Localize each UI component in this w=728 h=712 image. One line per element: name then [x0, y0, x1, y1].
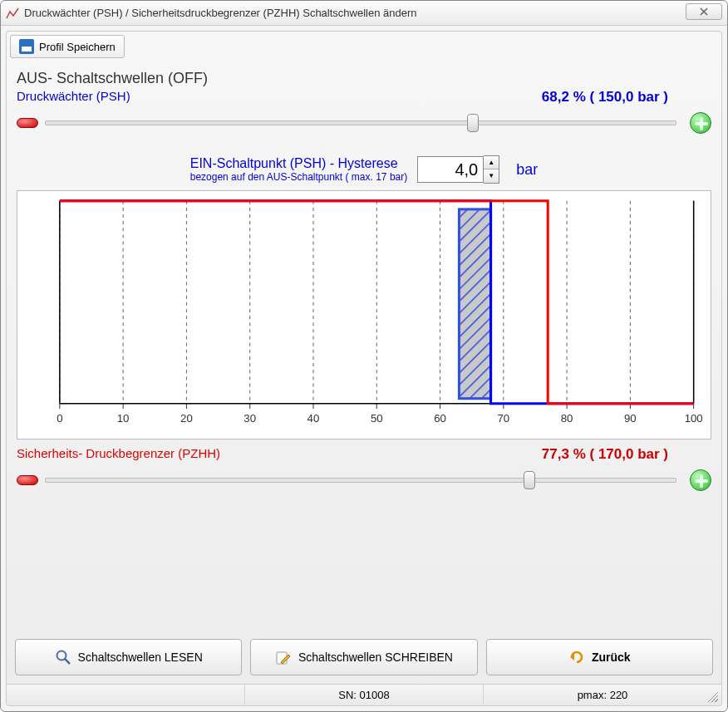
- psh-slider[interactable]: [45, 120, 676, 125]
- svg-text:90: 90: [624, 412, 637, 425]
- close-icon: [699, 7, 709, 16]
- write-thresholds-label: Schaltschwellen SCHREIBEN: [298, 651, 453, 664]
- magnifier-icon: [55, 649, 71, 665]
- hysteresis-input[interactable]: [417, 156, 484, 183]
- increase-psh-button[interactable]: [690, 112, 711, 134]
- svg-text:100: 100: [685, 412, 703, 425]
- status-sn: SN: 01008: [244, 685, 483, 705]
- svg-text:60: 60: [434, 412, 446, 425]
- svg-text:10: 10: [117, 412, 130, 425]
- pzhh-label: Sicherheits- Druckbegrenzer (PZHH): [17, 446, 220, 460]
- write-thresholds-button[interactable]: Schaltschwellen SCHREIBEN: [250, 639, 477, 675]
- chart-svg: 0102030405060708090100: [17, 191, 711, 439]
- read-thresholds-label: Schaltschwellen LESEN: [78, 651, 203, 664]
- main-panel: Profil Speichern AUS- Schaltschwellen (O…: [6, 31, 722, 706]
- pzhh-value: 77,3 % ( 170,0 bar ): [542, 446, 668, 463]
- hysteresis-spin-buttons: ▲ ▼: [484, 155, 499, 184]
- svg-rect-38: [459, 209, 490, 399]
- svg-text:70: 70: [497, 412, 509, 425]
- off-section-title: AUS- Schaltschwellen (OFF): [17, 70, 718, 87]
- pencil-icon: [275, 649, 292, 665]
- svg-text:0: 0: [57, 412, 62, 425]
- back-button[interactable]: Zurück: [486, 639, 713, 675]
- psh-slider-row: [17, 110, 711, 135]
- decrease-pzhh-button[interactable]: [17, 475, 38, 485]
- pzhh-slider[interactable]: [45, 478, 676, 483]
- svg-text:30: 30: [243, 412, 256, 425]
- hysteresis-spinner: ▲ ▼: [417, 155, 499, 184]
- window-title: Druckwächter (PSH) / Sicherheitsdruckbeg…: [24, 7, 417, 19]
- read-thresholds-button[interactable]: Schaltschwellen LESEN: [15, 639, 242, 675]
- close-button[interactable]: [686, 3, 722, 20]
- hysteresis-spin-up[interactable]: ▲: [484, 156, 499, 169]
- titlebar: Druckwächter (PSH) / Sicherheitsdruckbeg…: [1, 1, 727, 26]
- app-icon: [6, 7, 19, 20]
- increase-pzhh-button[interactable]: [690, 469, 711, 491]
- save-profile-button[interactable]: Profil Speichern: [10, 35, 125, 58]
- status-bar: SN: 01008 pmax: 220: [7, 684, 721, 705]
- hysteresis-row: EIN-Schaltpunkt (PSH) - Hysterese bezoge…: [10, 155, 718, 184]
- hysteresis-spin-down[interactable]: ▼: [484, 169, 499, 183]
- svg-text:20: 20: [180, 412, 193, 425]
- svg-line-40: [65, 659, 70, 664]
- hysteresis-title: EIN-Schaltpunkt (PSH) - Hysterese: [190, 156, 408, 171]
- threshold-chart: 0102030405060708090100: [17, 190, 711, 439]
- client-area: Profil Speichern AUS- Schaltschwellen (O…: [1, 26, 727, 711]
- hysteresis-labels: EIN-Schaltpunkt (PSH) - Hysterese bezoge…: [190, 156, 408, 183]
- psh-label: Druckwächter (PSH): [17, 89, 130, 103]
- hysteresis-subtitle: bezogen auf den AUS-Schaltpunkt ( max. 1…: [190, 171, 408, 183]
- app-window: Druckwächter (PSH) / Sicherheitsdruckbeg…: [0, 0, 728, 712]
- svg-text:40: 40: [307, 412, 320, 425]
- status-empty: [7, 685, 244, 705]
- pzhh-slider-row: [17, 468, 711, 493]
- svg-text:80: 80: [561, 412, 573, 425]
- decrease-psh-button[interactable]: [17, 118, 38, 128]
- save-profile-label: Profil Speichern: [39, 41, 116, 53]
- svg-text:50: 50: [371, 412, 383, 425]
- psh-value: 68,2 % ( 150,0 bar ): [542, 89, 668, 106]
- undo-icon: [568, 649, 585, 665]
- floppy-icon: [19, 39, 34, 54]
- resize-grip[interactable]: [706, 690, 718, 702]
- hysteresis-unit: bar: [516, 161, 538, 179]
- action-button-row: Schaltschwellen LESEN Schaltschwellen SC…: [15, 639, 713, 675]
- status-pmax: pmax: 220: [483, 685, 721, 705]
- svg-point-39: [57, 651, 66, 660]
- back-label: Zurück: [592, 651, 631, 664]
